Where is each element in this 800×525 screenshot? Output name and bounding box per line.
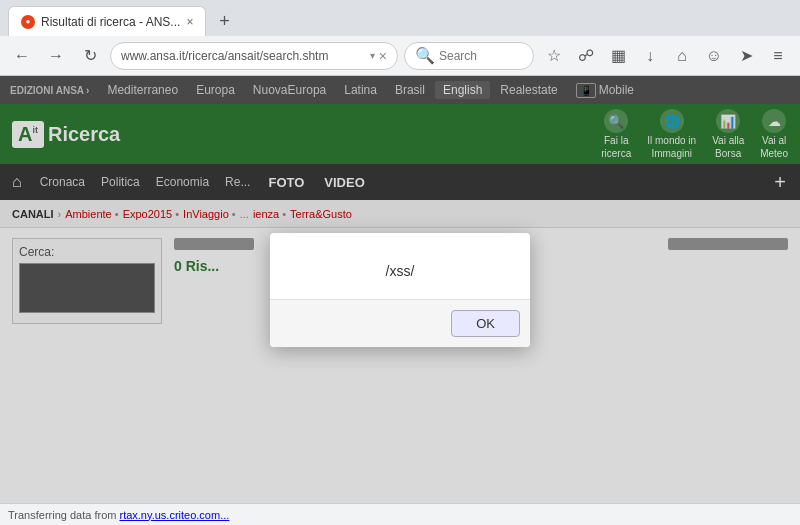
address-dropdown-icon[interactable]: ▾ <box>370 50 375 61</box>
search-icon: 🔍 <box>415 46 435 65</box>
toolbar: ← → ↻ www.ansa.it/ricerca/ansait/search.… <box>0 36 800 76</box>
bookmark-star-icon[interactable]: ☆ <box>540 42 568 70</box>
tab-close-button[interactable]: × <box>186 15 193 29</box>
address-bar[interactable]: www.ansa.it/ricerca/ansait/search.shtm ▾… <box>110 42 398 70</box>
status-link[interactable]: rtax.ny.us.criteo.com... <box>119 509 229 521</box>
status-text: Transferring data from rtax.ny.us.criteo… <box>8 509 229 521</box>
dialog-body: /xss/ <box>270 233 530 299</box>
browser-frame: ● Risultati di ricerca - ANS... × + ← → … <box>0 0 800 525</box>
status-bar: Transferring data from rtax.ny.us.criteo… <box>0 503 800 525</box>
tab-favicon: ● <box>21 15 35 29</box>
url-text: www.ansa.it/ricerca/ansait/search.shtm <box>121 49 366 63</box>
reading-mode-icon[interactable]: ☍ <box>572 42 600 70</box>
home-icon[interactable]: ⌂ <box>668 42 696 70</box>
toolbar-icons: ☆ ☍ ▦ ↓ ⌂ ☺ ➤ ≡ <box>540 42 792 70</box>
menu-icon[interactable]: ≡ <box>764 42 792 70</box>
search-box[interactable]: 🔍 <box>404 42 534 70</box>
back-button[interactable]: ← <box>8 42 36 70</box>
search-input[interactable] <box>439 49 523 63</box>
dialog-ok-button[interactable]: OK <box>451 310 520 337</box>
tab-title: Risultati di ricerca - ANS... <box>41 15 180 29</box>
pocket-icon[interactable]: ▦ <box>604 42 632 70</box>
tab-bar: ● Risultati di ricerca - ANS... × + <box>0 0 800 36</box>
dialog-message: /xss/ <box>290 263 510 279</box>
send-icon[interactable]: ➤ <box>732 42 760 70</box>
new-tab-button[interactable]: + <box>210 7 238 35</box>
website-content: EDIZIONI ANSA › Mediterraneo Europa Nuov… <box>0 76 800 503</box>
forward-button[interactable]: → <box>42 42 70 70</box>
address-clear-button[interactable]: × <box>379 48 387 64</box>
dialog-overlay: /xss/ OK <box>0 76 800 503</box>
alert-dialog: /xss/ OK <box>270 233 530 347</box>
active-tab[interactable]: ● Risultati di ricerca - ANS... × <box>8 6 206 36</box>
dialog-footer: OK <box>270 299 530 347</box>
synced-icon[interactable]: ☺ <box>700 42 728 70</box>
refresh-button[interactable]: ↻ <box>76 42 104 70</box>
download-icon[interactable]: ↓ <box>636 42 664 70</box>
